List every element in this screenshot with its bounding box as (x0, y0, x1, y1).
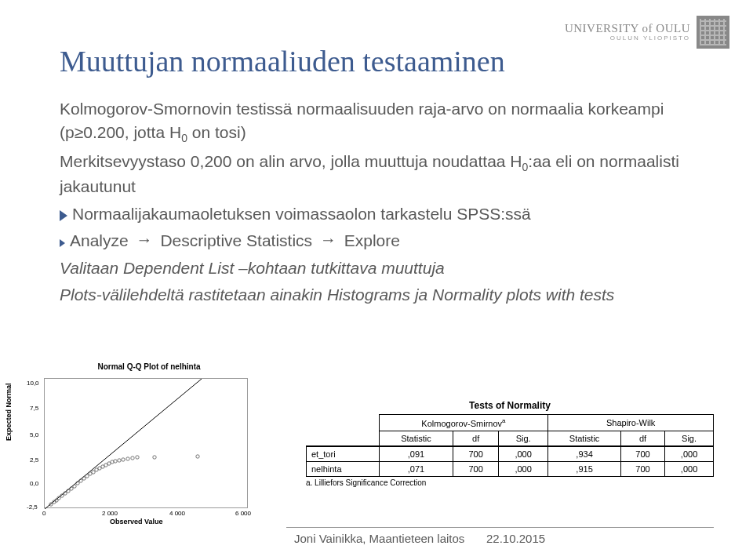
xtick: 0 (42, 510, 45, 517)
para-3: Normaalijakaumaoletuksen voimassaolon ta… (60, 202, 714, 226)
para-6: Plots-välilehdeltä rastitetaan ainakin H… (60, 283, 714, 307)
slide-body: Kolmogorov-Smornovin testissä normaalisu… (60, 94, 714, 311)
table-title: Tests of Normality (306, 400, 714, 411)
para-4: Analyze → Descriptive Statistics → Explo… (60, 229, 714, 253)
svg-point-27 (136, 456, 139, 459)
para-5: Valitaan Dependent List –kohtaan tutkitt… (60, 256, 714, 280)
svg-point-12 (82, 477, 85, 480)
chart-xlabel: Observed Value (110, 518, 163, 525)
svg-point-28 (153, 456, 156, 459)
para-1: Kolmogorov-Smornovin testissä normaalisu… (60, 97, 714, 147)
col-df: df (453, 431, 499, 446)
col-sig: Sig. (665, 431, 714, 446)
ytick: 7,5 (30, 405, 38, 412)
slide-title: Muuttujan normaaliuden testaaminen (60, 44, 505, 78)
footer-date: 22.10.2015 (486, 532, 545, 545)
footer-author: Joni Vainikka, Maantieteen laitos (294, 532, 464, 545)
arrow-right-icon: → (317, 228, 340, 252)
university-subtitle: OULUN YLIOPISTO (565, 35, 690, 42)
svg-point-29 (196, 455, 199, 458)
svg-point-15 (92, 471, 95, 474)
arrow-right-icon: → (133, 228, 156, 252)
university-header: UNIVERSITY of OULU OULUN YLIOPISTO (565, 16, 729, 49)
col-stat: Statistic (379, 431, 453, 446)
ytick: -2,5 (27, 504, 38, 511)
xtick: 2 000 (102, 510, 118, 517)
qq-plot-svg (45, 379, 249, 509)
xtick: 4 000 (169, 510, 185, 517)
xtick: 6 000 (235, 510, 251, 517)
table: Kolmogorov-Smirnova Shapiro-Wilk Statist… (306, 414, 714, 477)
svg-point-26 (131, 456, 134, 460)
svg-point-8 (70, 487, 73, 490)
table-row: et_tori ,091 700 ,000 ,934 700 ,000 (307, 446, 714, 462)
ytick: 0,0 (30, 480, 38, 487)
col-group-ks: Kolmogorov-Smirnova (379, 415, 548, 431)
svg-point-13 (85, 475, 89, 478)
table-row: nelhinta ,071 700 ,000 ,915 700 ,000 (307, 461, 714, 476)
svg-point-22 (114, 460, 117, 463)
ytick: 10,0 (27, 380, 39, 387)
chart-title: Normal Q-Q Plot of nelhinta (31, 362, 267, 371)
para-2: Merkitsevyystaso 0,200 on alin arvo, jol… (60, 150, 714, 199)
university-name: UNIVERSITY of OULU (565, 23, 690, 35)
ytick: 2,5 (30, 456, 38, 464)
chart-ylabel: Expected Normal (5, 383, 13, 441)
university-logo-icon (697, 16, 729, 49)
table-footnote: a. Lilliefors Significance Correction (306, 478, 714, 487)
svg-point-23 (118, 459, 121, 462)
svg-point-24 (122, 458, 125, 461)
footer-divider (286, 527, 714, 528)
bullet-triangle-icon (60, 210, 67, 221)
svg-point-9 (73, 485, 76, 488)
ytick: 5,0 (30, 431, 38, 438)
bullet-triangle-small-icon (60, 239, 65, 247)
col-sig: Sig. (498, 431, 547, 446)
plot-box (44, 378, 248, 508)
col-stat: Statistic (548, 431, 621, 446)
col-group-sw: Shapiro-Wilk (548, 415, 714, 431)
qq-plot: Normal Q-Q Plot of nelhinta Expected Nor… (0, 362, 267, 543)
normality-table: Tests of Normality Kolmogorov-Smirnova S… (306, 400, 714, 487)
svg-point-25 (126, 457, 129, 460)
col-df: df (620, 431, 664, 446)
